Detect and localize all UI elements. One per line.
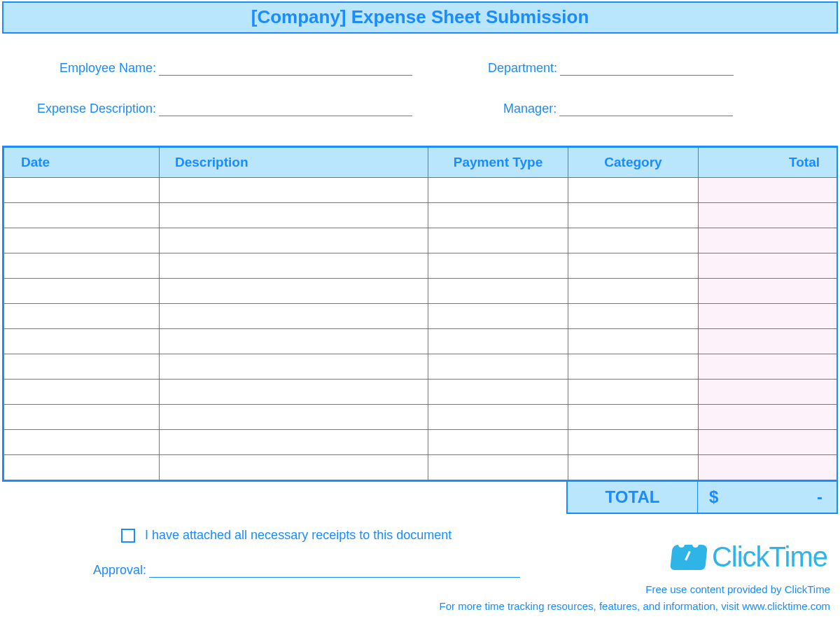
table-cell[interactable] xyxy=(160,405,428,430)
clicktime-logo: ClickTime xyxy=(671,541,827,573)
expense-description-input[interactable] xyxy=(159,101,412,116)
receipts-checkbox-label: I have attached all necessary receipts t… xyxy=(145,528,451,543)
col-header-description: Description xyxy=(160,148,428,178)
table-cell[interactable] xyxy=(568,380,699,405)
grand-total-row: TOTAL $ - xyxy=(2,482,838,514)
title-bar: [Company] Expense Sheet Submission xyxy=(2,1,838,34)
footer-line-1: Free use content provided by ClickTime xyxy=(645,583,830,595)
table-row xyxy=(4,430,837,455)
table-cell[interactable] xyxy=(428,203,568,228)
table-cell[interactable] xyxy=(428,304,568,329)
table-cell[interactable] xyxy=(4,203,160,228)
manager-input[interactable] xyxy=(559,101,733,116)
table-cell[interactable] xyxy=(699,253,837,279)
table-cell[interactable] xyxy=(428,178,568,203)
grand-total-currency: $ xyxy=(709,487,718,507)
department-label: Department: xyxy=(488,61,560,76)
table-cell[interactable] xyxy=(428,430,568,455)
table-cell[interactable] xyxy=(160,304,428,329)
department-input[interactable] xyxy=(560,60,734,76)
grand-total-value: $ - xyxy=(698,482,836,513)
table-cell[interactable] xyxy=(699,329,837,354)
info-section: Employee Name: Department: Expense Descr… xyxy=(2,34,838,146)
expense-table: Date Description Payment Type Category T… xyxy=(4,147,837,480)
employee-name-input[interactable] xyxy=(159,60,412,76)
table-row xyxy=(4,455,837,480)
table-cell[interactable] xyxy=(4,304,160,329)
table-cell[interactable] xyxy=(699,178,837,203)
table-cell[interactable] xyxy=(160,178,428,203)
table-cell[interactable] xyxy=(699,455,837,480)
table-row xyxy=(4,228,837,253)
table-cell[interactable] xyxy=(428,455,568,480)
table-cell[interactable] xyxy=(428,354,568,380)
table-cell[interactable] xyxy=(568,279,699,304)
col-header-date: Date xyxy=(4,148,160,178)
table-cell[interactable] xyxy=(699,304,837,329)
receipts-checkbox[interactable] xyxy=(121,529,135,543)
table-cell[interactable] xyxy=(428,228,568,253)
table-cell[interactable] xyxy=(699,279,837,304)
table-cell[interactable] xyxy=(4,253,160,279)
table-cell[interactable] xyxy=(160,329,428,354)
table-cell[interactable] xyxy=(4,329,160,354)
table-row xyxy=(4,354,837,380)
table-cell[interactable] xyxy=(4,354,160,380)
table-cell[interactable] xyxy=(699,354,837,380)
table-cell[interactable] xyxy=(4,455,160,480)
table-cell[interactable] xyxy=(568,329,699,354)
table-cell[interactable] xyxy=(428,405,568,430)
clicktime-logo-icon xyxy=(671,542,708,573)
table-cell[interactable] xyxy=(568,354,699,380)
table-cell[interactable] xyxy=(160,354,428,380)
table-cell[interactable] xyxy=(4,430,160,455)
grand-total-amount: - xyxy=(817,487,822,507)
table-cell[interactable] xyxy=(568,253,699,279)
table-cell[interactable] xyxy=(160,253,428,279)
table-cell[interactable] xyxy=(568,405,699,430)
employee-name-label: Employee Name: xyxy=(59,61,159,76)
table-cell[interactable] xyxy=(428,380,568,405)
table-cell[interactable] xyxy=(4,178,160,203)
table-cell[interactable] xyxy=(568,304,699,329)
table-cell[interactable] xyxy=(568,203,699,228)
footer-line-2: For more time tracking resources, featur… xyxy=(439,600,830,612)
table-cell[interactable] xyxy=(4,405,160,430)
table-cell[interactable] xyxy=(568,455,699,480)
table-cell[interactable] xyxy=(4,279,160,304)
table-cell[interactable] xyxy=(428,253,568,279)
table-cell[interactable] xyxy=(4,380,160,405)
table-row xyxy=(4,329,837,354)
table-cell[interactable] xyxy=(4,228,160,253)
table-cell[interactable] xyxy=(699,380,837,405)
col-header-total: Total xyxy=(699,148,837,178)
table-header-row: Date Description Payment Type Category T… xyxy=(4,148,837,178)
manager-label: Manager: xyxy=(503,102,559,116)
table-cell[interactable] xyxy=(160,430,428,455)
table-cell[interactable] xyxy=(699,203,837,228)
table-row xyxy=(4,253,837,279)
table-cell[interactable] xyxy=(699,405,837,430)
approval-label: Approval: xyxy=(93,563,149,578)
table-row xyxy=(4,279,837,304)
clicktime-logo-text: ClickTime xyxy=(712,541,827,573)
table-cell[interactable] xyxy=(160,455,428,480)
expense-description-label: Expense Description: xyxy=(37,102,159,116)
col-header-payment-type: Payment Type xyxy=(428,148,568,178)
table-cell[interactable] xyxy=(699,228,837,253)
table-cell[interactable] xyxy=(160,228,428,253)
table-cell[interactable] xyxy=(160,380,428,405)
table-cell[interactable] xyxy=(160,279,428,304)
table-cell[interactable] xyxy=(568,228,699,253)
table-row xyxy=(4,178,837,203)
approval-input[interactable] xyxy=(149,562,520,578)
table-cell[interactable] xyxy=(160,203,428,228)
table-cell[interactable] xyxy=(699,430,837,455)
grand-total-label: TOTAL xyxy=(568,482,698,513)
table-row xyxy=(4,380,837,405)
page-title: [Company] Expense Sheet Submission xyxy=(4,6,836,28)
table-cell[interactable] xyxy=(568,430,699,455)
table-cell[interactable] xyxy=(428,329,568,354)
table-cell[interactable] xyxy=(568,178,699,203)
table-cell[interactable] xyxy=(428,279,568,304)
